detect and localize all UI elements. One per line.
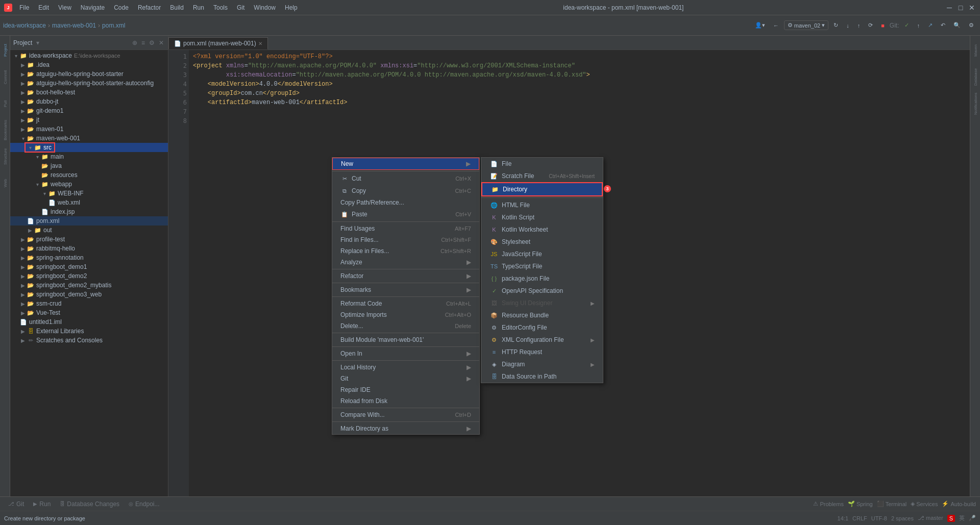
editor-tab-pomxml[interactable]: 📄 pom.xml (maven-web-001) ✕ <box>168 37 268 49</box>
tree-item-pomxml[interactable]: 📄 pom.xml <box>10 216 168 226</box>
breadcrumb-module[interactable]: maven-web-001 <box>52 22 96 29</box>
sidebar-icon-commit[interactable]: Commit <box>1 64 10 90</box>
ctx-repairide[interactable]: Repair IDE <box>332 384 479 395</box>
autobuild-tab[interactable]: ⚡ Auto-build <box>942 501 976 507</box>
refresh-button[interactable]: ↻ <box>830 20 841 30</box>
person-icon[interactable]: 👤▾ <box>752 20 768 30</box>
tree-item-webapp[interactable]: ▾ 📁 webapp <box>10 180 168 189</box>
tree-item-profile[interactable]: ▶ 📂 profile-test <box>10 235 168 244</box>
tree-item-extlibs[interactable]: ▶ 🗄 External Libraries <box>10 327 168 336</box>
tree-item-boot[interactable]: ▶ 📂 boot-hello-test <box>10 88 168 97</box>
ctx-findusages[interactable]: Find Usages Alt+F7 <box>332 223 479 234</box>
ctx-markdir[interactable]: Mark Directory as ▶ <box>332 423 479 434</box>
git-push-button[interactable]: ↗ <box>925 20 936 30</box>
breadcrumb-file[interactable]: pom.xml <box>102 22 125 29</box>
database-sidebar-icon[interactable]: Database <box>971 64 980 90</box>
ctx-localhistory[interactable]: Local History ▶ <box>332 362 479 373</box>
position-indicator[interactable]: 14:1 <box>838 515 848 521</box>
tree-item-main[interactable]: ▾ 📁 main <box>10 152 168 161</box>
ctx-copypath[interactable]: Copy Path/Reference... <box>332 197 479 208</box>
sub-editorconfig[interactable]: ⚙ EditorConfig File <box>481 321 603 334</box>
sub-ts[interactable]: TS TypeScript File <box>481 260 603 272</box>
settings-button[interactable]: ⚙ <box>966 20 977 30</box>
tree-item-out[interactable]: ▶ 📁 out <box>10 226 168 235</box>
sub-kotlin[interactable]: K Kotlin Script <box>481 211 603 223</box>
sub-scratch[interactable]: 📝 Scratch File Ctrl+Alt+Shift+Insert <box>481 170 603 182</box>
menu-navigate[interactable]: Navigate <box>77 3 109 13</box>
git-update-button[interactable]: ↑ <box>914 21 923 30</box>
ctx-copy[interactable]: ⧉ Copy Ctrl+C <box>332 185 479 197</box>
tree-item-indexjsp[interactable]: 📄 index.jsp <box>10 207 168 216</box>
sub-datasource[interactable]: 🗄 Data Source in Path <box>481 370 603 383</box>
tree-item-maven01[interactable]: ▶ 📂 maven-01 <box>10 124 168 134</box>
tree-item-sb1[interactable]: ▶ 📂 springboot_demo1 <box>10 262 168 271</box>
indent-indicator[interactable]: 2 spaces <box>891 515 914 521</box>
sub-kotlinws[interactable]: K Kotlin Worksheet <box>481 223 603 236</box>
ctx-new[interactable]: New ▶ 2 <box>332 158 479 170</box>
git-check-button[interactable]: ✓ <box>901 20 912 30</box>
maven-sidebar-icon[interactable]: Maven <box>971 38 980 63</box>
ctx-openin[interactable]: Open In ▶ <box>332 348 479 359</box>
spring-tab[interactable]: 🌱 Spring <box>848 501 873 507</box>
ctx-reformat[interactable]: Reformat Code Ctrl+Alt+L <box>332 298 479 309</box>
sub-xmlconfig[interactable]: ⚙ XML Configuration File ▶ <box>481 334 603 346</box>
menu-file[interactable]: File <box>15 3 33 13</box>
ctx-analyze[interactable]: Analyze ▶ <box>332 257 479 268</box>
notifications-sidebar-icon[interactable]: Notifications <box>971 91 980 116</box>
ctx-refactor[interactable]: Refactor ▶ <box>332 270 479 282</box>
ctx-buildmodule[interactable]: Build Module 'maven-web-001' <box>332 334 479 345</box>
close-button[interactable]: ✕ <box>968 4 976 12</box>
download-button[interactable]: ↓ <box>843 21 852 30</box>
tree-item-sb2[interactable]: ▶ 📂 springboot_demo2 <box>10 271 168 281</box>
input-method-icon[interactable]: S <box>947 515 955 522</box>
tab-close-button[interactable]: ✕ <box>258 41 262 46</box>
tree-item-dubbo[interactable]: ▶ 📂 dubbo-jt <box>10 97 168 106</box>
ctx-optimize[interactable]: Optimize Imports Ctrl+Alt+O <box>332 309 479 320</box>
sidebar-icon-project[interactable]: Project <box>1 38 10 63</box>
ctx-replaceinfiles[interactable]: Replace in Files... Ctrl+Shift+R <box>332 245 479 257</box>
tree-item-mavenweb[interactable]: ▾ 📂 maven-web-001 <box>10 134 168 143</box>
menu-tools[interactable]: Tools <box>209 3 232 13</box>
menu-view[interactable]: View <box>54 3 76 13</box>
back-button[interactable]: ← <box>770 21 782 30</box>
ctx-findinfiles[interactable]: Find in Files... Ctrl+Shift+F <box>332 234 479 245</box>
sidebar-icon-structure[interactable]: Structure <box>1 144 10 169</box>
bottom-tab-endpoints[interactable]: ◎ Endpoi... <box>125 499 163 509</box>
tree-item-vue[interactable]: ▶ 📂 Vue-Test <box>10 308 168 317</box>
sidebar-icon-pullreq[interactable]: Pull <box>1 91 10 116</box>
sub-pkgjson[interactable]: { } package.json File <box>481 272 603 285</box>
ctx-cut[interactable]: ✂ Cut Ctrl+X <box>332 172 479 185</box>
sidebar-icon-bookmarks[interactable]: Bookmarks <box>1 117 10 143</box>
branch-selector[interactable]: ⚙ maven_02 ▾ <box>784 20 828 30</box>
tree-item-spring[interactable]: ▶ 📂 spring-annotation <box>10 253 168 262</box>
tree-item-webxml[interactable]: 📄 web.xml <box>10 198 168 207</box>
tree-item-atguigu1[interactable]: ▶ 📂 atguigu-hello-spring-boot-starter <box>10 69 168 79</box>
menu-refactor[interactable]: Refactor <box>134 3 165 13</box>
menu-build[interactable]: Build <box>166 3 188 13</box>
ctx-git[interactable]: Git ▶ <box>332 373 479 384</box>
services-tab[interactable]: ◈ Services <box>911 501 938 507</box>
bottom-tab-dbchanges[interactable]: 🗄 Database Changes <box>56 499 124 509</box>
menu-code[interactable]: Code <box>110 3 133 13</box>
tree-item-sb3[interactable]: ▶ 📂 springboot_demo3_web <box>10 290 168 299</box>
tree-item-sb2mb[interactable]: ▶ 📂 springboot_demo2_mybatis <box>10 281 168 290</box>
tree-item-webinf[interactable]: ▾ 📁 WEB-INF <box>10 189 168 198</box>
sub-css[interactable]: 🎨 Stylesheet <box>481 236 603 248</box>
tree-item-scratches[interactable]: ▶ ✏ Scratches and Consoles <box>10 336 168 345</box>
ctx-bookmarks[interactable]: Bookmarks ▶ <box>332 284 479 295</box>
crlf-indicator[interactable]: CRLF <box>852 515 867 521</box>
stop-button[interactable]: ■ <box>878 21 888 30</box>
branch-indicator[interactable]: ⎇ master <box>918 515 943 521</box>
maximize-button[interactable]: □ <box>957 4 965 12</box>
tree-root[interactable]: ▾ 📁 idea-workspace E:\idea-workspace <box>10 51 168 60</box>
sub-diagram[interactable]: ◈ Diagram ▶ <box>481 358 603 370</box>
tree-item-atguigu2[interactable]: ▶ 📂 atguigu-hello-spring-boot-starter-au… <box>10 79 168 88</box>
tree-item-rabbitmq[interactable]: ▶ 📂 rabbitmq-hello <box>10 244 168 253</box>
tree-item-idea[interactable]: ▶ 📁 .idea <box>10 60 168 69</box>
sub-directory[interactable]: 📁 Directory 3 <box>481 182 603 196</box>
tree-item-untitled[interactable]: 📄 untitled1.iml <box>10 317 168 327</box>
tree-item-java[interactable]: 📂 java <box>10 161 168 170</box>
minimize-button[interactable]: ─ <box>945 4 953 12</box>
breadcrumb-workspace[interactable]: idea-workspace <box>3 22 46 29</box>
upload-button[interactable]: ↑ <box>854 21 864 30</box>
